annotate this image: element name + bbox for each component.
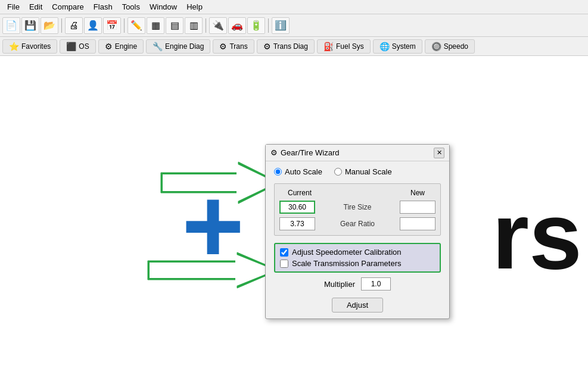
current-column-header: Current [279,189,320,197]
auto-scale-radio[interactable] [274,168,282,176]
auto-scale-label: Auto Scale [285,167,322,176]
toolbar-save-btn[interactable]: 💾 [21,17,39,34]
scale-trans-label: Scale Transmission Parameters [292,259,402,268]
manual-scale-label: Manual Scale [345,167,392,176]
navtab-fuel-sys[interactable]: ⛽ Fuel Sys [317,39,371,54]
navtabs: ⭐ Favorites ⬛ OS ⚙ Engine 🔧 Engine Diag … [0,37,588,56]
dialog-close-button[interactable]: ✕ [434,148,444,158]
favorites-icon: ⭐ [9,42,19,51]
adjust-speedo-row[interactable]: Adjust Speedometer Calibration [280,248,435,257]
toolbar-connect-btn[interactable]: 🔌 [209,17,227,34]
svg-marker-2 [163,164,276,202]
menu-tools[interactable]: Tools [117,1,145,13]
trans-diag-icon: ⚙ [263,42,271,51]
main-area: + rs ⚙ Gear/Tire Wizard ✕ [0,56,588,378]
navtab-favorites-label: Favorites [21,42,51,51]
manual-scale-radio[interactable] [334,168,342,176]
menu-compare[interactable]: Compare [47,1,88,13]
navtab-os-label: OS [79,42,89,51]
system-icon: 🌐 [379,42,390,51]
toolbar-open-btn[interactable]: 📂 [41,17,58,34]
engine-diag-icon: 🔧 [153,42,163,51]
toolbar-user-btn[interactable]: 👤 [84,17,102,34]
green-arrow-1 [161,162,280,210]
navtab-system-label: System [392,42,416,51]
navtab-engine-diag-label: Engine Diag [165,42,204,51]
toolbar-grid3-btn[interactable]: ▥ [185,17,203,34]
navtab-engine-label: Engine [115,42,137,51]
navtab-fuel-sys-label: Fuel Sys [336,42,364,51]
navtab-speedo[interactable]: 🔘 Speedo [425,39,475,54]
os-icon: ⬛ [66,42,76,51]
navtab-trans-diag-label: Trans Diag [273,42,308,51]
gear-ratio-label: Gear Ratio [337,220,378,228]
multiplier-label: Multiplier [324,280,355,289]
svg-marker-4 [150,254,275,286]
toolbar-info-btn[interactable]: ℹ️ [272,17,290,34]
data-table: Current New Tire Size Gear Ratio [274,183,441,236]
scale-trans-checkbox[interactable] [280,260,288,268]
tire-size-label: Tire Size [337,203,378,211]
rs-text: rs [492,181,582,290]
adjust-button[interactable]: Adjust [332,298,383,313]
multiplier-row: Multiplier [274,277,441,290]
toolbar-sep-3 [206,18,206,33]
menu-file[interactable]: File [2,1,24,13]
tire-size-row: Tire Size [279,201,435,214]
new-tire-input[interactable] [400,201,435,214]
navtab-engine[interactable]: ⚙ Engine [98,39,144,54]
toolbar-car-btn[interactable]: 🚗 [228,17,246,34]
new-column-header: New [400,189,435,197]
dialog-title: ⚙ Gear/Tire Wizard [270,148,339,157]
manual-scale-option[interactable]: Manual Scale [334,167,392,176]
toolbar-grid2-btn[interactable]: ▤ [166,17,183,34]
engine-icon: ⚙ [105,42,113,51]
scale-trans-row[interactable]: Scale Transmission Parameters [280,259,435,268]
toolbar-sep-2 [124,18,125,33]
trans-icon: ⚙ [219,42,227,51]
toolbar-plug-btn[interactable]: 🔋 [247,17,265,34]
auto-scale-option[interactable]: Auto Scale [274,167,322,176]
navtab-engine-diag[interactable]: 🔧 Engine Diag [146,39,210,54]
dialog-title-icon: ⚙ [270,148,278,157]
menu-help[interactable]: Help [182,1,207,13]
navtab-system[interactable]: 🌐 System [373,39,422,54]
toolbar-edit-btn[interactable]: ✏️ [127,17,145,34]
navtab-speedo-label: Speedo [444,42,468,51]
dialog-title-text: Gear/Tire Wizard [281,148,339,157]
toolbar-sep-4 [268,18,269,33]
menu-edit[interactable]: Edit [24,1,47,13]
navtab-favorites[interactable]: ⭐ Favorites [2,39,57,54]
gear-tire-wizard-dialog: ⚙ Gear/Tire Wizard ✕ Auto Scale Manual S… [265,144,450,319]
navtab-trans-label: Trans [229,42,247,51]
dialog-body: Auto Scale Manual Scale Current New [266,161,449,318]
navtab-trans[interactable]: ⚙ Trans [213,39,254,54]
toolbar-grid-btn[interactable]: ▦ [147,17,164,34]
menubar: File Edit Compare Flash Tools Window Hel… [0,0,588,14]
toolbar: 📄 💾 📂 🖨 👤 📅 ✏️ ▦ ▤ ▥ 🔌 🚗 🔋 ℹ️ [0,14,588,37]
multiplier-input[interactable] [361,277,391,290]
navtab-os[interactable]: ⬛ OS [60,39,95,54]
gear-ratio-row: Gear Ratio [279,217,435,230]
fuel-sys-icon: ⛽ [323,42,334,51]
toolbar-new-btn[interactable]: 📄 [2,17,20,34]
speedo-icon: 🔘 [431,42,441,51]
toolbar-clock-btn[interactable]: 📅 [103,17,121,34]
menu-flash[interactable]: Flash [89,1,117,13]
navtab-trans-diag[interactable]: ⚙ Trans Diag [257,39,315,54]
scale-options-row: Auto Scale Manual Scale [274,167,441,176]
new-gear-input[interactable] [400,217,435,230]
checkbox-section: Adjust Speedometer Calibration Scale Tra… [274,243,441,273]
dialog-titlebar: ⚙ Gear/Tire Wizard ✕ [266,145,449,161]
toolbar-sep-1 [61,18,62,33]
adjust-speedo-checkbox[interactable] [280,248,288,257]
adjust-speedo-label: Adjust Speedometer Calibration [292,248,402,257]
current-tire-input[interactable] [279,201,315,214]
current-gear-input[interactable] [279,217,315,230]
menu-window[interactable]: Window [145,1,182,13]
green-arrow-2 [148,252,279,288]
toolbar-print-btn[interactable]: 🖨 [65,17,83,34]
